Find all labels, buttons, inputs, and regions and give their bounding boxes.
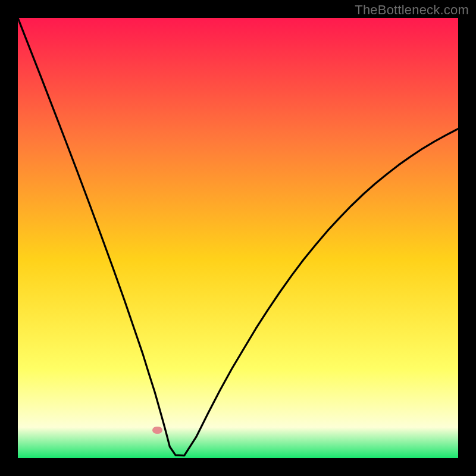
- gradient-background: [18, 18, 458, 458]
- chart-stage: TheBottleneck.com: [0, 0, 476, 476]
- plot-area: [18, 18, 458, 458]
- min-marker: [152, 427, 162, 434]
- chart-svg: [18, 18, 458, 458]
- watermark-text: TheBottleneck.com: [355, 2, 469, 18]
